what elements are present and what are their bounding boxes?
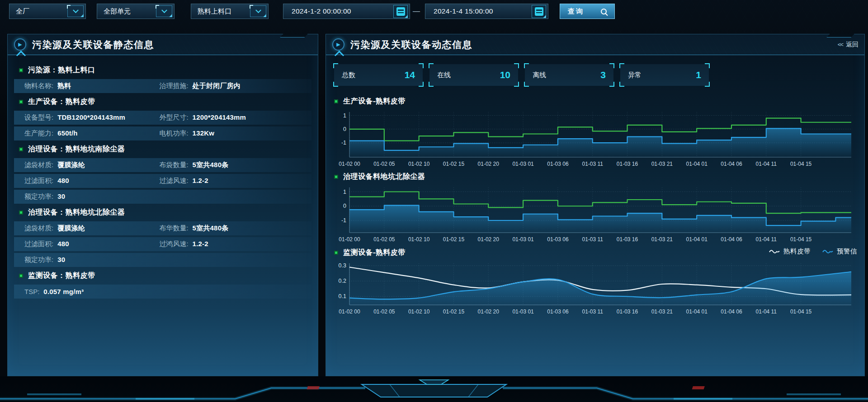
field-value: 650t/h (57, 129, 78, 137)
svg-text:01-03 16: 01-03 16 (617, 161, 638, 167)
field-label: 过鸿风速: (159, 240, 188, 248)
field-label: 设备型号: (24, 113, 53, 122)
field-label: 外型尺寸: (159, 113, 188, 122)
field-label: 物料名称: (24, 82, 53, 90)
query-button[interactable]: 查询 (560, 4, 615, 19)
legend-item[interactable]: 预警信 (822, 247, 857, 256)
svg-text:01-02 00: 01-02 00 (339, 236, 360, 243)
unit-select[interactable]: 全部单元 (97, 4, 175, 19)
end-date-calendar-button[interactable] (532, 5, 546, 18)
svg-text:01-03 21: 01-03 21 (651, 236, 673, 243)
svg-text:-1: -1 (341, 140, 346, 146)
dynamic-info-title: 污染源及关联设备动态信息 (350, 38, 472, 51)
chevron-down-icon (73, 7, 79, 13)
stat-card-abnormal: 异常 1 (620, 64, 709, 86)
info-section-row: 生产设备：熟料皮带 (14, 95, 311, 109)
source-select[interactable]: 熟料上料口 (191, 4, 269, 19)
field-label: 滤袋材质: (24, 224, 53, 233)
info-data-row: TSP:0.057 mg/m³ (14, 285, 311, 299)
field-label: 过滤面积: (24, 177, 53, 185)
svg-text:01-02 20: 01-02 20 (478, 161, 500, 167)
svg-text:01-04 06: 01-04 06 (721, 236, 742, 243)
green-square-icon (19, 210, 23, 215)
info-data-row: 设备型号:TDB1200*204143mm外型尺寸:1200*204143mm (14, 111, 311, 125)
svg-text:0: 0 (343, 203, 346, 209)
green-square-icon (334, 99, 338, 103)
field-value: 1.2-2 (193, 240, 208, 248)
info-section-row: 监测设备：熟料皮带 (14, 269, 311, 283)
green-square-icon (19, 147, 23, 151)
field-value: 30 (57, 256, 65, 263)
section-label: 污染源：熟料上料口 (28, 65, 95, 75)
green-square-icon (19, 274, 23, 278)
chart-section-production: 生产设备-熟料皮带10-101-02 0001-02 0501-02 1001-… (334, 96, 859, 169)
info-data-row: 物料名称:熟料治理措施:处于封闭厂房内 (14, 79, 311, 93)
info-section-row: 治理设备：熟料地坑北除尘器 (14, 206, 311, 220)
device-stats-row: 总数 14 在线 10 离线 3 异常 1 (334, 64, 709, 86)
svg-text:01-04 15: 01-04 15 (790, 236, 812, 243)
calendar-icon (396, 7, 405, 16)
field-value: 1200*204143mm (193, 113, 246, 121)
info-data-row: 滤袋材质:覆膜涤纶布袋数量:5室共480条 (14, 158, 311, 172)
info-cell: 布袋数量:5室共480条 (159, 161, 294, 169)
svg-text:01-02 00: 01-02 00 (339, 161, 360, 167)
info-data-row: 过滤面积:480过鸿风速:1.2-2 (14, 237, 311, 251)
green-square-icon (334, 251, 338, 255)
svg-text:01-04 01: 01-04 01 (686, 236, 708, 243)
svg-text:01-03 06: 01-03 06 (547, 309, 569, 315)
back-label: 返回 (846, 41, 859, 49)
field-label: 额定功率: (24, 192, 53, 201)
svg-text:01-03 11: 01-03 11 (582, 309, 603, 315)
back-chevrons-icon: << (838, 41, 843, 48)
info-section-row: 污染源：熟料上料口 (14, 63, 311, 77)
legend-label: 熟料皮带 (783, 247, 811, 256)
info-cell: 过鸿风速:1.2-2 (159, 240, 294, 248)
info-cell: TSP:0.057 mg/m³ (24, 288, 159, 295)
svg-text:01-02 15: 01-02 15 (443, 309, 465, 315)
play-icon: ▶ (332, 38, 344, 51)
info-cell: 设备型号:TDB1200*204143mm (24, 113, 159, 122)
info-section-row: 治理设备：熟料地坑南除尘器 (14, 142, 311, 156)
chart-canvas: 0.30.20.101-02 0001-02 0501-02 1001-02 1… (334, 260, 854, 317)
legend-item[interactable]: 熟料皮带 (769, 247, 811, 256)
start-datetime-input[interactable]: 2024-1-2 00:00:00 (283, 4, 410, 19)
svg-text:0: 0 (343, 126, 346, 132)
chart-title-row: 治理设备料地坑北除尘器 (334, 171, 859, 182)
dynamic-info-header: ▶ 污染源及关联设备动态信息 << 返回 (326, 34, 864, 55)
plant-select-dropdown-button[interactable] (67, 5, 84, 17)
svg-text:01-03 06: 01-03 06 (547, 161, 569, 167)
field-value: 0.057 mg/m³ (43, 288, 84, 295)
info-cell: 外型尺寸:1200*204143mm (159, 113, 294, 122)
svg-text:0.1: 0.1 (339, 293, 346, 299)
unit-select-dropdown-button[interactable] (156, 5, 172, 17)
unit-select-value: 全部单元 (104, 7, 131, 16)
header-chevron-decoration (335, 51, 344, 60)
field-value: 覆膜涤纶 (57, 224, 85, 233)
static-info-rows: 污染源：熟料上料口物料名称:熟料治理措施:处于封闭厂房内生产设备：熟料皮带设备型… (14, 63, 311, 300)
back-button[interactable]: << 返回 (838, 34, 859, 55)
svg-text:01-03 21: 01-03 21 (651, 309, 673, 315)
chart-title-row: 监测设备-熟料皮带熟料皮带预警信 (334, 247, 859, 258)
end-datetime-input[interactable]: 2024-1-4 15:00:00 (425, 4, 548, 19)
svg-text:01-03 01: 01-03 01 (512, 161, 534, 167)
start-date-calendar-button[interactable] (393, 5, 408, 18)
svg-text:01-03 16: 01-03 16 (617, 236, 638, 243)
svg-text:01-02 10: 01-02 10 (408, 309, 430, 315)
plant-select[interactable]: 全厂 (9, 4, 86, 19)
stat-value: 1 (696, 70, 701, 80)
field-value: 5室共480条 (193, 161, 229, 169)
svg-text:01-03 11: 01-03 11 (582, 236, 603, 243)
chart-section-treatment: 治理设备料地坑北除尘器10-101-02 0001-02 0501-02 100… (334, 171, 859, 244)
stat-label: 总数 (342, 71, 355, 79)
wave-line-icon (769, 249, 780, 254)
svg-text:01-02 05: 01-02 05 (373, 161, 395, 167)
info-cell: 额定功率:30 (24, 192, 159, 201)
stat-label: 在线 (437, 71, 451, 79)
source-select-dropdown-button[interactable] (250, 5, 266, 17)
svg-text:01-04 01: 01-04 01 (686, 309, 708, 315)
info-data-row: 额定功率:30 (14, 253, 311, 267)
info-cell: 布华数量:5室共480条 (159, 224, 294, 233)
chart-canvas: 10-101-02 0001-02 0501-02 1001-02 1501-0… (334, 184, 854, 244)
field-value: 480 (57, 177, 69, 184)
field-label: 治理措施: (159, 82, 188, 90)
